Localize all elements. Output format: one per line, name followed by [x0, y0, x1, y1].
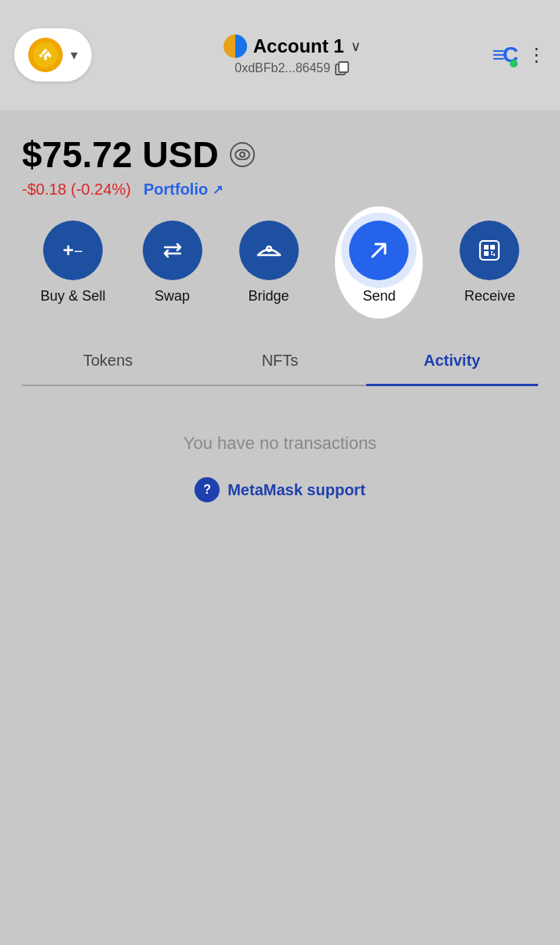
balance-section: $75.72 USD -$0.18 (-0.24%) Portfolio ↗	[22, 133, 538, 199]
svg-rect-11	[490, 245, 495, 250]
svg-rect-13	[491, 251, 493, 253]
send-highlight-ring: Send	[335, 206, 423, 319]
receive-action[interactable]: Receive	[460, 221, 519, 305]
header: ▾ Account 1 ∨ 0xdBFb2...86459 ≡C ⋮	[0, 0, 560, 110]
action-buttons: + − Buy & Sell Swap	[22, 221, 538, 319]
network-selector[interactable]: ▾	[14, 28, 92, 82]
no-transactions-message: You have no transactions	[38, 433, 522, 454]
account-selector[interactable]: Account 1 ∨	[224, 35, 361, 58]
hide-balance-button[interactable]	[230, 142, 255, 167]
account-address[interactable]: 0xdBFb2...86459	[235, 61, 349, 75]
send-action[interactable]: Send	[335, 221, 423, 319]
svg-rect-14	[493, 254, 495, 256]
svg-text:+: +	[63, 239, 74, 261]
portfolio-link[interactable]: Portfolio ↗	[144, 181, 223, 199]
main-content: $75.72 USD -$0.18 (-0.24%) Portfolio ↗ +…	[0, 110, 560, 565]
receive-button[interactable]	[460, 221, 519, 280]
svg-rect-2	[339, 62, 348, 72]
svg-text:−: −	[74, 243, 83, 260]
buy-sell-action[interactable]: + − Buy & Sell	[40, 221, 105, 305]
metamask-status-button[interactable]: ≡C	[492, 42, 516, 68]
swap-label: Swap	[155, 288, 190, 305]
buy-sell-button[interactable]: + −	[43, 221, 103, 280]
svg-rect-10	[484, 245, 489, 250]
metamask-support-link[interactable]: ? MetaMask support	[38, 477, 522, 502]
account-name: Account 1	[253, 35, 344, 57]
copy-icon[interactable]	[335, 61, 349, 75]
account-chevron-icon: ∨	[351, 38, 361, 55]
tab-bar: Tokens NFTs Activity	[22, 338, 538, 386]
support-label: MetaMask support	[227, 481, 365, 499]
network-badge[interactable]: ▾	[14, 28, 92, 82]
account-info: Account 1 ∨ 0xdBFb2...86459	[224, 35, 361, 75]
swap-action[interactable]: Swap	[143, 221, 202, 305]
network-icon	[28, 38, 63, 72]
header-actions: ≡C ⋮	[492, 42, 546, 68]
status-dot	[510, 60, 518, 68]
address-text: 0xdBFb2...86459	[235, 61, 330, 75]
buy-sell-label: Buy & Sell	[40, 288, 105, 305]
tab-activity[interactable]: Activity	[366, 338, 538, 386]
tab-tokens[interactable]: Tokens	[22, 338, 194, 386]
account-avatar	[224, 35, 247, 58]
swap-button[interactable]	[143, 221, 202, 280]
balance-amount: $75.72 USD	[22, 133, 538, 176]
send-label: Send	[362, 288, 395, 305]
svg-point-4	[240, 152, 245, 157]
balance-value: $75.72 USD	[22, 133, 219, 176]
activity-content: You have no transactions ? MetaMask supp…	[22, 386, 538, 549]
support-icon: ?	[195, 477, 220, 502]
balance-change: -$0.18 (-0.24%) Portfolio ↗	[22, 181, 538, 199]
receive-label: Receive	[464, 288, 515, 305]
send-button[interactable]	[349, 221, 409, 280]
svg-rect-12	[484, 251, 489, 256]
svg-point-3	[235, 150, 249, 160]
bridge-label: Bridge	[248, 288, 289, 305]
change-value: -$0.18 (-0.24%)	[22, 181, 131, 199]
svg-rect-9	[480, 241, 499, 260]
external-link-icon: ↗	[213, 182, 223, 197]
more-options-button[interactable]: ⋮	[527, 44, 546, 66]
tab-nfts[interactable]: NFTs	[194, 338, 365, 386]
svg-rect-15	[491, 254, 493, 255]
bridge-action[interactable]: Bridge	[239, 221, 299, 305]
network-chevron-icon: ▾	[71, 46, 78, 64]
bridge-button[interactable]	[239, 221, 299, 280]
